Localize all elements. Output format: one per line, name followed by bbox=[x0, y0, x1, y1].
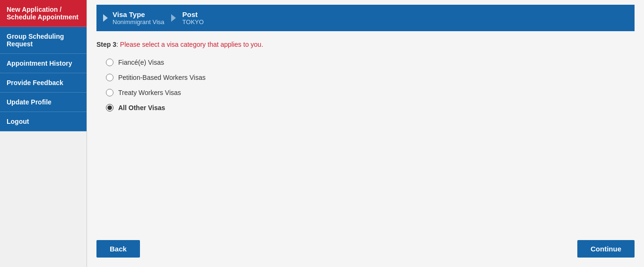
visa-type-label: Visa Type bbox=[113, 10, 165, 18]
visa-option-treaty[interactable]: Treaty Workers Visas bbox=[106, 89, 635, 96]
sidebar-item-provide-feedback[interactable]: Provide Feedback bbox=[0, 73, 87, 93]
visa-type-value: Nonimmigrant Visa bbox=[113, 18, 165, 26]
breadcrumb-post: Post TOKYO bbox=[183, 10, 204, 26]
sidebar-item-update-profile[interactable]: Update Profile bbox=[0, 93, 87, 112]
visa-categories: Fiancé(e) VisasPetition-Based Workers Vi… bbox=[106, 59, 635, 112]
breadcrumb-bar: Visa Type Nonimmigrant Visa Post TOKYO bbox=[96, 5, 635, 31]
label-petition: Petition-Based Workers Visas bbox=[118, 74, 206, 81]
label-treaty: Treaty Workers Visas bbox=[118, 89, 181, 96]
step-number: Step 3 bbox=[96, 41, 116, 48]
breadcrumb-arrow-1 bbox=[103, 14, 108, 22]
radio-treaty[interactable] bbox=[106, 89, 113, 96]
breadcrumb-sep bbox=[171, 14, 176, 22]
sidebar-item-new-application[interactable]: New Application / Schedule Appointment bbox=[0, 0, 87, 27]
sidebar-item-appointment-history[interactable]: Appointment History bbox=[0, 54, 87, 73]
post-label: Post bbox=[183, 10, 204, 18]
main-content: Visa Type Nonimmigrant Visa Post TOKYO S… bbox=[87, 0, 644, 267]
step-instruction: Step 3: Please select a visa category th… bbox=[96, 41, 635, 48]
radio-petition[interactable] bbox=[106, 74, 113, 81]
visa-option-fiance[interactable]: Fiancé(e) Visas bbox=[106, 59, 635, 66]
visa-option-petition[interactable]: Petition-Based Workers Visas bbox=[106, 74, 635, 81]
label-fiance: Fiancé(e) Visas bbox=[118, 59, 164, 66]
continue-button[interactable]: Continue bbox=[577, 240, 635, 258]
label-other: All Other Visas bbox=[118, 104, 165, 112]
breadcrumb-visa-type: Visa Type Nonimmigrant Visa bbox=[113, 10, 165, 26]
visa-option-other[interactable]: All Other Visas bbox=[106, 104, 635, 112]
step-text: Please select a visa category that appli… bbox=[118, 41, 263, 48]
post-value: TOKYO bbox=[183, 18, 204, 26]
back-button[interactable]: Back bbox=[96, 240, 140, 258]
sidebar-item-group-scheduling[interactable]: Group Scheduling Request bbox=[0, 27, 87, 54]
sidebar-item-logout[interactable]: Logout bbox=[0, 112, 87, 131]
radio-fiance[interactable] bbox=[106, 59, 113, 66]
sidebar: New Application / Schedule AppointmentGr… bbox=[0, 0, 87, 267]
radio-other[interactable] bbox=[106, 104, 113, 112]
bottom-buttons: Back Continue bbox=[96, 235, 635, 258]
